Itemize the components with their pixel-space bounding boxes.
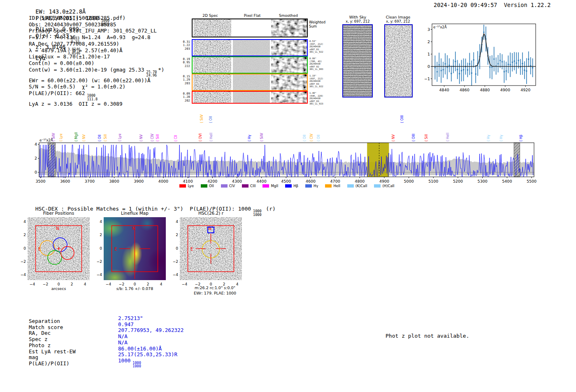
axis-tick-label: −1: [424, 77, 430, 81]
cutout-smoothed: [271, 40, 307, 56]
cutout-2dspec: [193, 74, 231, 90]
col-title-2dspec: 2D Spec: [192, 14, 229, 18]
fiber2-weights: 0.19 0.95 222: [181, 58, 190, 68]
axis-tick-label: 2: [143, 282, 153, 286]
cutout-2dspec: [193, 19, 231, 37]
axis-tick-label: 2: [67, 282, 77, 286]
hsc-r-overlay: N E: [180, 217, 242, 280]
axis-tick-label: 2: [93, 233, 102, 237]
axis-tick-label: 4: [17, 220, 26, 224]
axis-tick-label: 4200: [207, 179, 217, 183]
axis-tick-label: −4: [17, 273, 26, 277]
axis-tick-label: 4700: [330, 179, 340, 183]
axis-tick-label: −4: [93, 273, 102, 277]
axis-tick-label: 2: [169, 233, 178, 237]
match-row-label: Match score: [29, 325, 76, 331]
axis-tick-label: 4400: [257, 179, 267, 183]
match-row-value: N/A: [118, 340, 183, 346]
emission-line-label: ( SiIV: [260, 133, 264, 141]
emission-line-label: ( OII: [317, 135, 321, 141]
emission-line-label: ( NV: [82, 134, 86, 141]
legend-item: CIV: [221, 184, 235, 188]
emission-line-label: ( SiIV: [200, 114, 204, 123]
legend-swatch: [221, 184, 228, 188]
match-row-value: 86.00(±16.00)Å: [118, 346, 183, 352]
axis-tick-label: −2: [169, 260, 178, 264]
with-sky-image: [342, 24, 373, 97]
emission-line-label: ( Lyα: [59, 134, 63, 141]
axis-tick-label: −2: [93, 260, 102, 264]
line-fit-zoom-plot: 484048604880490049203210−1e⁻¹⁷x2Å: [423, 21, 540, 95]
compass-east-label: E: [190, 247, 193, 251]
emission-line-label: ( CII: [174, 135, 178, 141]
axis-tick-label: 4840: [439, 88, 449, 92]
axis-tick-label: 2: [35, 156, 37, 160]
legend-swatch: [305, 184, 312, 188]
spec2d-row-fiber1: [192, 39, 308, 56]
lya-oii-z: LyA z = 3.0136 OII z = 0.3089: [29, 101, 164, 107]
emission-line-label: ( OIII: [400, 115, 404, 123]
cutout-2dspec: [193, 92, 231, 103]
axis-tick-label: −2: [41, 282, 51, 286]
emission-line-label: ( SiII: [156, 134, 160, 141]
axis-tick-label: 4100: [183, 179, 193, 183]
seeing-stats: F=1.7" T=0.136 N=1.24 A=0.93 g=24.8: [29, 34, 164, 41]
axis-tick-label: 0: [54, 282, 64, 286]
cutout-smoothed: [271, 92, 307, 103]
with-sky-title: With Sky: [338, 15, 377, 19]
emission-line-label: ( Hγ: [487, 135, 490, 141]
clean-image: [384, 24, 413, 97]
emission-line-label: ( MgII: [74, 132, 78, 141]
axis-tick-label: 4: [80, 282, 90, 286]
emission-line-label: ( CIV: [151, 133, 154, 141]
legend-swatch: [179, 184, 186, 188]
emission-line-label: ( SiII: [104, 134, 107, 141]
axis-tick-label: 4: [156, 282, 166, 286]
axis-tick-label: 0: [427, 64, 430, 69]
legend-label: CIV: [229, 184, 235, 188]
spec2d-row-fiber2: [192, 56, 308, 74]
emission-line-label: ( OII: [209, 116, 213, 123]
axis-tick-label: 5000: [404, 179, 414, 183]
axis-tick-label: −2: [17, 260, 26, 264]
axis-tick-label: 3700: [85, 179, 95, 183]
emission-line-label: ( OIII: [412, 134, 416, 141]
cutout-2dspec: [193, 40, 231, 56]
timestamp-version: 2024-10-20 09:49:57 Version 1.22.2: [434, 2, 550, 8]
flux-units-annotation: e⁻¹⁷x2Å: [433, 25, 447, 29]
cutout-smoothed: [271, 74, 307, 90]
axis-tick-label: 0: [169, 246, 178, 251]
lineflux-map-caption: s/b: 1.76 +/- 0.078: [95, 286, 174, 291]
flux-units-annotation: e⁻¹⁷x2Å: [39, 138, 53, 142]
legend-swatch: [201, 184, 207, 188]
clean-image-xy: x, y: 697, 212: [379, 19, 418, 23]
match-row-value: 2.75213": [118, 315, 183, 322]
legend-item: HeII: [325, 184, 340, 188]
legend-item: Hβ: [285, 184, 298, 188]
emission-line-label: ( OII: [303, 135, 307, 141]
lineflux-map-overlay: N E: [104, 217, 166, 280]
cutout-smoothed: [271, 19, 307, 37]
ewr: EWr = 60.00(±22.00) (w: 60.00(±22.00))Å: [29, 77, 164, 84]
legend-label: (H)CaII: [382, 184, 394, 188]
legend-label: CIII: [250, 184, 255, 188]
fiber2-annotation: 0.99" (700, 43) 20240430 v007_02 301_LL_…: [309, 57, 327, 71]
fiber-positions-xlabel: arcsecs: [23, 286, 94, 291]
legend-item: (K)CaII: [347, 184, 367, 188]
match-row-label: Separation: [29, 318, 76, 325]
match-row-value: N/A: [118, 334, 183, 340]
legend-swatch: [242, 184, 249, 188]
cont-w: Cont(w) = 3.60(±1.20)e-19 (gmag 25.3325.…: [29, 67, 164, 77]
fiber3-weights: 0.15 1.29 203: [181, 75, 190, 85]
sn-chi2: S/N = 5.0(±0.5) χ² = 1.0(±0.2): [29, 84, 164, 90]
match-row-value: 25.17(25.03,25.33)R: [118, 352, 183, 358]
catalog-object-circle: [203, 266, 219, 280]
match-row-label: Spec z: [29, 336, 76, 343]
hsc-r-title: HSC(26.2) r: [176, 211, 246, 216]
axis-tick-label: 5500: [527, 179, 537, 183]
axis-tick-label: 5200: [453, 179, 463, 183]
legend-swatch: [285, 184, 292, 188]
match-row-value: 207.776953, 49.262322: [118, 327, 183, 334]
axis-tick-label: 0: [35, 170, 37, 174]
detection-info-block: ID: 5002385285 (5002385285.pdf) Obs: 202…: [29, 15, 164, 107]
